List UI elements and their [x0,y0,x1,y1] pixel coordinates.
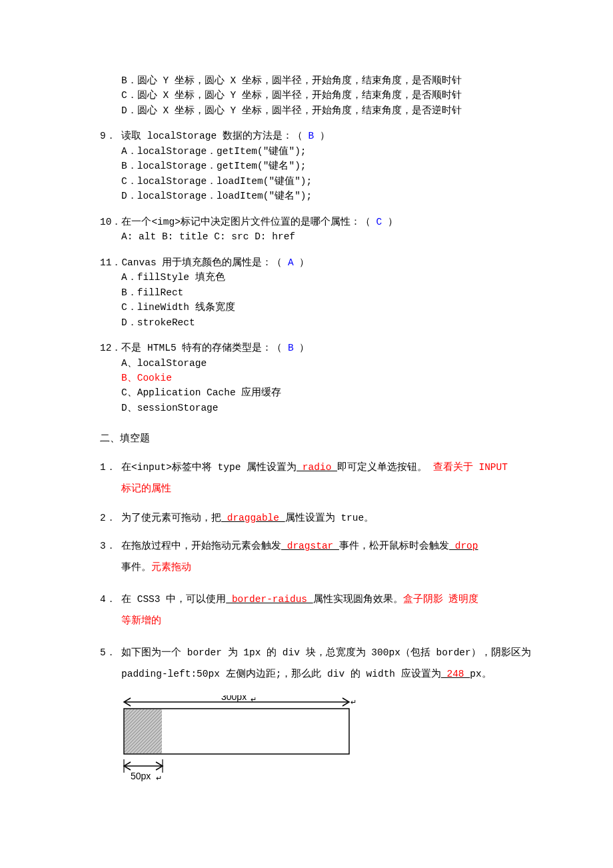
fill-4: 4．在 CSS3 中，可以使用 border-raidus 属性实现圆角效果。盒… [100,589,560,632]
q11-option-b: B．fillRect [121,285,560,300]
f5-answer: 248 [441,669,470,679]
f5-text3: px。 [470,669,491,679]
q8-option-d: D．圆心 X 坐标，圆心 Y 坐标，圆半径，开始角度，结束角度，是否逆时针 [121,103,560,118]
q12-answer: B [282,343,299,353]
f3-note: 元素拖动 [151,562,191,573]
f2-text2: 属性设置为 true。 [285,513,374,523]
q10-text-after: ） [388,217,398,227]
question-12: 12． 不是 HTML5 特有的存储类型是：（ B ） A、localStora… [100,341,560,415]
q12-text-before: 不是 HTML5 特有的存储类型是：（ [121,343,282,353]
q12-option-b: B、Cookie [121,371,560,385]
f3-text2: 事件，松开鼠标时会触发 [339,541,449,551]
f1-text1: 在<input>标签中将 type 属性设置为 [121,462,297,473]
q11-text-before: Canvas 用于填充颜色的属性是：（ [121,257,282,268]
f2-number: 2． [100,511,121,525]
q11-answer: A [282,257,299,268]
question-11: 11． Canvas 用于填充颜色的属性是：（ A ） A．fillStyle … [100,255,560,330]
q11-option-c: C．lineWidth 线条宽度 [121,300,560,315]
f1-answer: radio [297,462,337,473]
document-page: B．圆心 Y 坐标，圆心 X 坐标，圆半径，开始角度，结束角度，是否顺时针 C．… [0,0,613,827]
q10-answer: C [370,217,388,227]
q11-number: 11． [100,255,121,270]
q9-option-b: B．localStorage．getItem("键名"); [121,159,560,173]
f5-text2: padding-left:50px 左侧内边距;，那么此 div 的 width… [121,669,441,679]
f3-text1: 在拖放过程中，开始拖动元素会触发 [121,541,281,551]
diagram-svg: 300px ↵ 50px ↵ ↵ [121,695,361,782]
f4-text1: 在 CSS3 中，可以使用 [121,594,226,605]
f2-answer: draggable [221,513,285,523]
question-9: 9． 读取 localStorage 数据的方法是：（ B ） A．localS… [100,129,560,203]
f3-number: 3． [100,536,121,557]
f5-text1: 如下图为一个 border 为 1px 的 div 块，总宽度为 300px（包… [121,647,531,658]
f1-note2: 标记的属性 [121,483,171,494]
svg-text:↵: ↵ [251,695,257,703]
q12-number: 12． [100,341,121,355]
q11-option-a: A．fillStyle 填充色 [121,270,560,285]
fill-2: 2．为了使元素可拖动，把 draggable 属性设置为 true。 [100,511,560,525]
section-2-heading: 二、填空题 [100,431,560,446]
f4-number: 4． [100,589,121,611]
f3-answer2: drop [449,541,478,551]
diagram-50px-label: 50px [131,771,151,781]
svg-text:↵: ↵ [156,774,162,782]
f1-text2: 即可定义单选按钮。 [337,462,433,473]
f1-number: 1． [100,457,121,479]
f4-answer: border-raidus [226,594,313,605]
q10-number: 10． [100,215,121,229]
f4-note2: 等新增的 [121,615,161,626]
q9-text-after: ） [320,131,330,141]
q12-option-d: D、sessionStorage [121,401,560,415]
fill-5: 5．如下图为一个 border 为 1px 的 div 块，总宽度为 300px… [100,643,560,685]
q9-option-c: C．localStorage．loadItem("键值"); [121,174,560,189]
q9-text-before: 读取 localStorage 数据的方法是：（ [121,131,303,141]
question-8-continuation: B．圆心 Y 坐标，圆心 X 坐标，圆半径，开始角度，结束角度，是否顺时针 C．… [100,73,560,118]
q11-text-after: ） [299,257,309,268]
svg-text:↵: ↵ [350,698,356,706]
f3-text3: 事件。 [121,562,151,573]
q9-answer: B [303,131,320,141]
f2-text1: 为了使元素可拖动，把 [121,513,221,523]
fill-3: 3．在拖放过程中，开始拖动元素会触发 dragstar 事件，松开鼠标时会触发 … [100,536,560,579]
f3-answer1: dragstar [281,541,339,551]
q11-option-d: D．strokeRect [121,315,560,330]
box-model-diagram: 300px ↵ 50px ↵ ↵ [100,695,560,787]
f5-number: 5． [100,643,121,664]
q8-option-b: B．圆心 Y 坐标，圆心 X 坐标，圆半径，开始角度，结束角度，是否顺时针 [121,73,560,88]
q10-text-before: 在一个<img>标记中决定图片文件位置的是哪个属性：（ [121,217,370,227]
f4-note1: 盒子阴影 透明度 [403,594,479,605]
q9-number: 9． [100,129,121,143]
f4-text2: 属性实现圆角效果。 [313,594,403,605]
diagram-300px-label: 300px [221,695,247,702]
f1-note1: 查看关于 INPUT [433,462,508,473]
q9-option-d: D．localStorage．loadItem("键名"); [121,189,560,203]
question-10: 10． 在一个<img>标记中决定图片文件位置的是哪个属性：（ C ） A: a… [100,215,560,245]
svg-rect-4 [125,709,162,753]
fill-1: 1．在<input>标签中将 type 属性设置为 radio 即可定义单选按钮… [100,457,560,500]
q8-option-c: C．圆心 X 坐标，圆心 Y 坐标，圆半径，开始角度，结束角度，是否顺时针 [121,88,560,103]
q9-option-a: A．localStorage．getItem("键值"); [121,144,560,159]
q12-option-c: C、Application Cache 应用缓存 [121,385,560,400]
q10-options: A: alt B: title C: src D: href [121,229,560,244]
q12-text-after: ） [299,343,309,353]
q12-option-a: A、localStorage [121,356,560,371]
